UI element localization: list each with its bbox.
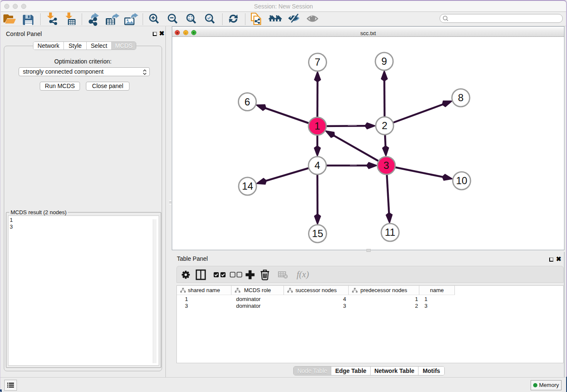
svg-text:f(x): f(x) xyxy=(297,269,309,279)
svg-text:4: 4 xyxy=(314,160,320,171)
svg-text:2: 2 xyxy=(382,120,387,131)
svg-text:9: 9 xyxy=(381,55,387,67)
svg-text:3: 3 xyxy=(383,160,389,171)
svg-text:6: 6 xyxy=(245,96,250,108)
svg-text:14: 14 xyxy=(242,180,253,192)
svg-text:10: 10 xyxy=(456,175,468,186)
svg-text:7: 7 xyxy=(315,56,320,68)
svg-text:1: 1 xyxy=(314,120,320,132)
svg-text:8: 8 xyxy=(458,92,463,103)
svg-text:15: 15 xyxy=(312,228,323,239)
svg-text:11: 11 xyxy=(385,226,396,238)
